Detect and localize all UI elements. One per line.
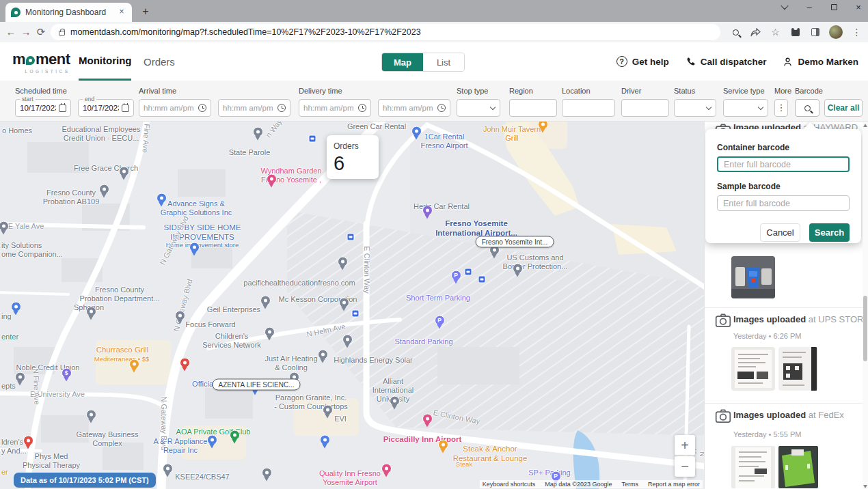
arrival-start-input[interactable]	[144, 104, 195, 112]
scheduled-end-field[interactable]: end	[78, 99, 134, 117]
map-canvas[interactable]: o HomesEducational Employees Credit Unio…	[0, 122, 704, 489]
reload-icon[interactable]: ⟳	[36, 25, 46, 40]
map-pin-rest-icon[interactable]	[537, 122, 548, 133]
search-button[interactable]: Search	[809, 223, 850, 242]
map-pin-gray-icon[interactable]	[14, 372, 25, 386]
arrival-end-field[interactable]	[218, 99, 290, 117]
map-pin-red-icon[interactable]	[23, 436, 33, 449]
map-pin-gray-icon[interactable]	[174, 311, 185, 324]
delivery-end-input[interactable]	[383, 104, 435, 112]
scheduled-start-input[interactable]	[20, 104, 56, 112]
location-field[interactable]	[562, 99, 615, 117]
driver-input[interactable]	[626, 104, 664, 112]
map-pin-parking-icon[interactable]: P	[434, 316, 445, 329]
shipping-document-photo[interactable]	[731, 445, 775, 489]
transit-stop-icon[interactable]	[465, 268, 472, 276]
map-pin-blue-icon[interactable]	[10, 302, 21, 316]
clear-all-button[interactable]: Clear all	[824, 99, 863, 117]
scheduled-end-input[interactable]	[83, 104, 119, 112]
map-pin-gray-icon[interactable]	[98, 184, 109, 198]
call-dispatcher-button[interactable]: Call dispatcher	[686, 57, 767, 67]
package-bucket-photo[interactable]	[731, 256, 775, 298]
scroll-up-icon[interactable]	[863, 122, 868, 127]
barcode-search-button[interactable]	[795, 99, 819, 117]
window-menu-chevron-icon[interactable]	[779, 1, 790, 12]
map-pin-green-icon[interactable]	[229, 430, 240, 444]
map-pin-gray-icon[interactable]	[260, 296, 271, 309]
bookmark-star-icon[interactable]: ☆	[770, 27, 781, 38]
delivery-end-field[interactable]	[378, 99, 450, 117]
map-pin-blue-icon[interactable]	[189, 242, 200, 256]
region-field[interactable]	[509, 99, 557, 117]
map-pin-gray-icon[interactable]	[85, 307, 96, 320]
map-pin-carpurple-icon[interactable]	[422, 206, 433, 219]
service-type-select[interactable]	[723, 99, 768, 117]
driver-field[interactable]	[621, 99, 669, 117]
map-pin-gray-icon[interactable]	[85, 410, 96, 423]
transit-stop-icon[interactable]	[478, 276, 486, 283]
green-package-photo[interactable]	[778, 445, 818, 489]
map-pin-gray-icon[interactable]	[389, 396, 400, 410]
extensions-puzzle-icon[interactable]	[789, 27, 801, 38]
shipping-label-barcode-photo[interactable]	[778, 347, 818, 391]
profile-avatar[interactable]	[829, 25, 843, 39]
map-pin-hotel-icon[interactable]	[422, 414, 433, 428]
map-pin-hotel-icon[interactable]	[266, 174, 277, 188]
back-icon[interactable]: ←	[5, 25, 16, 40]
clock-icon[interactable]	[358, 104, 366, 112]
feed-scrollbar[interactable]	[863, 122, 868, 489]
map-pin-hotel-icon[interactable]	[381, 464, 392, 477]
map-pin-gray-icon[interactable]	[162, 464, 173, 477]
map-pin-gray-icon[interactable]	[322, 405, 333, 419]
sample-barcode-input[interactable]	[717, 195, 850, 211]
map-pin-blue-icon[interactable]	[319, 435, 330, 449]
arrival-end-input[interactable]	[223, 104, 275, 112]
window-restore-icon[interactable]	[828, 1, 839, 12]
shipping-label-photo[interactable]	[731, 347, 775, 391]
status-select[interactable]	[674, 99, 716, 117]
map-pin-carblue-icon[interactable]	[411, 126, 422, 140]
calendar-icon[interactable]	[59, 104, 66, 112]
window-minimize-icon[interactable]: –	[804, 1, 815, 12]
address-bar[interactable]: momentdash.com/monitoring/map?f.schedule…	[51, 24, 720, 40]
container-barcode-input[interactable]	[717, 156, 850, 172]
order-location-chip[interactable]: AZENTA LIFE SCIENC...	[213, 379, 301, 391]
zoom-out-button[interactable]: −	[675, 456, 695, 477]
map-pin-gray-icon[interactable]	[0, 221, 9, 235]
browser-tab[interactable]: Monitoring Dashboard ×	[5, 3, 132, 22]
window-close-icon[interactable]: ×	[853, 1, 864, 12]
tab-monitoring[interactable]: Monitoring	[79, 42, 131, 81]
feed-entry-title[interactable]: Images uploaded at UPS STORE	[733, 314, 863, 324]
map-pin-gray-icon[interactable]	[118, 167, 129, 180]
clock-icon[interactable]	[277, 104, 286, 112]
transit-stop-icon[interactable]	[352, 310, 360, 318]
region-input[interactable]	[514, 104, 552, 112]
feed-entry-title[interactable]: Images uploaded at FedEx	[733, 410, 844, 420]
map-pin-red-icon[interactable]	[179, 358, 190, 372]
map-pin-gray-icon[interactable]	[264, 327, 275, 341]
share-icon[interactable]	[750, 27, 761, 38]
map-pin-gray-icon[interactable]	[261, 468, 272, 481]
map-pin-gray-icon[interactable]	[252, 127, 263, 141]
side-panel-icon[interactable]	[809, 27, 821, 38]
scroll-down-icon[interactable]	[863, 484, 868, 489]
arrival-start-field[interactable]	[139, 99, 211, 117]
orders-cluster-card[interactable]: Orders 6	[327, 135, 379, 179]
map-pin-rest-icon[interactable]	[437, 440, 448, 453]
map-pin-gray-icon[interactable]	[337, 257, 348, 270]
map-pin-gray-icon[interactable]	[512, 264, 523, 277]
scheduled-start-field[interactable]: start	[15, 99, 71, 117]
zoom-in-button[interactable]: +	[675, 435, 695, 456]
map-pin-gray-icon[interactable]	[338, 298, 349, 311]
transit-stop-icon[interactable]	[309, 135, 316, 143]
more-filters-button[interactable]	[774, 99, 788, 117]
new-tab-button[interactable]: +	[137, 3, 154, 20]
clock-icon[interactable]	[437, 104, 446, 112]
attribution-item[interactable]: Report a map error	[648, 481, 700, 488]
map-pin-dollar-icon[interactable]: $	[61, 368, 72, 382]
order-location-chip[interactable]: Fresno Yosemite Int...	[476, 236, 554, 248]
map-pin-blue-icon[interactable]	[206, 435, 217, 449]
tab-close-icon[interactable]: ×	[117, 8, 126, 17]
transit-stop-icon[interactable]	[347, 234, 355, 241]
browser-menu-icon[interactable]: ⋮	[851, 27, 863, 38]
